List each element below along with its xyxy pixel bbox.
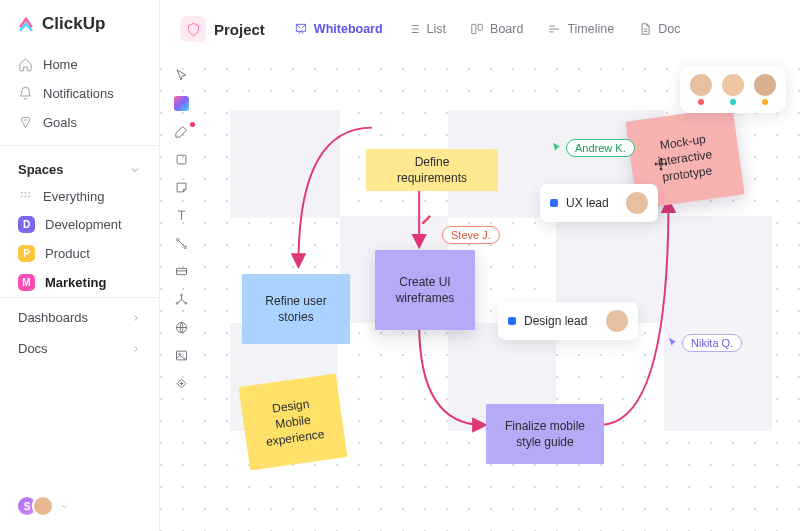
cursor-label: Nikita Q. bbox=[682, 334, 742, 352]
note-label: Finalize mobile style guide bbox=[500, 418, 590, 450]
project-chip[interactable]: Project bbox=[174, 12, 271, 46]
tool-note[interactable] bbox=[170, 176, 192, 198]
presence-user-2 bbox=[722, 74, 744, 105]
tool-connector[interactable] bbox=[170, 232, 192, 254]
space-everything[interactable]: Everything bbox=[0, 183, 159, 210]
cursor-label: Steve J. bbox=[442, 226, 500, 244]
cursor-andrew: Andrew K. bbox=[550, 139, 635, 157]
svg-rect-6 bbox=[472, 24, 476, 33]
nav-goals[interactable]: Goals bbox=[0, 108, 159, 137]
main-area: Project Whiteboard List Board Timeline D… bbox=[160, 0, 800, 531]
avatar bbox=[690, 74, 712, 96]
tab-list-label: List bbox=[427, 22, 446, 36]
svg-point-9 bbox=[176, 238, 179, 241]
note-finalize-guide[interactable]: Finalize mobile style guide bbox=[486, 404, 604, 464]
brand-name: ClickUp bbox=[42, 14, 105, 34]
cursor-nikita: Nikita Q. bbox=[666, 334, 742, 352]
nav-notifications[interactable]: Notifications bbox=[0, 79, 159, 108]
tool-text[interactable] bbox=[170, 204, 192, 226]
svg-point-5 bbox=[29, 196, 30, 197]
tab-timeline[interactable]: Timeline bbox=[538, 17, 623, 41]
tool-ai[interactable] bbox=[170, 92, 192, 114]
tab-whiteboard-label: Whiteboard bbox=[314, 22, 383, 36]
tab-timeline-label: Timeline bbox=[567, 22, 614, 36]
space-product-label: Product bbox=[45, 246, 90, 261]
status-square-icon bbox=[508, 317, 516, 325]
svg-point-17 bbox=[178, 353, 180, 355]
tab-doc[interactable]: Doc bbox=[629, 17, 689, 41]
note-label: Refine user stories bbox=[256, 293, 336, 325]
space-marketing[interactable]: MMarketing bbox=[0, 268, 159, 297]
assignee-avatar bbox=[606, 310, 628, 332]
svg-rect-7 bbox=[478, 24, 482, 30]
project-icon bbox=[180, 16, 206, 42]
avatar bbox=[722, 74, 744, 96]
svg-point-2 bbox=[29, 192, 30, 193]
space-everything-label: Everything bbox=[43, 189, 104, 204]
note-design-mobile[interactable]: Design Mobile experience bbox=[239, 374, 348, 471]
tool-network[interactable] bbox=[170, 288, 192, 310]
tab-doc-label: Doc bbox=[658, 22, 680, 36]
whiteboard-toolbar bbox=[166, 58, 196, 400]
nav-home[interactable]: Home bbox=[0, 50, 159, 79]
spaces-header[interactable]: Spaces bbox=[0, 152, 159, 183]
status-dot bbox=[762, 99, 768, 105]
note-label: Create UI wireframes bbox=[389, 274, 461, 306]
tool-image[interactable] bbox=[170, 344, 192, 366]
spaces-title: Spaces bbox=[18, 162, 64, 177]
tool-web[interactable] bbox=[170, 316, 192, 338]
nav-notifications-label: Notifications bbox=[43, 86, 114, 101]
cursor-icon bbox=[550, 141, 564, 155]
presence-user-1 bbox=[690, 74, 712, 105]
svg-point-4 bbox=[25, 196, 26, 197]
space-development[interactable]: DDevelopment bbox=[0, 210, 159, 239]
note-label: Design Mobile experience bbox=[255, 393, 331, 451]
tool-cursor[interactable] bbox=[170, 64, 192, 86]
note-refine-stories[interactable]: Refine user stories bbox=[242, 274, 350, 344]
cursor-icon bbox=[666, 336, 680, 350]
pen-icon bbox=[420, 212, 434, 226]
svg-point-0 bbox=[21, 192, 22, 193]
card-design-lead[interactable]: Design lead bbox=[498, 302, 638, 340]
status-square-icon bbox=[550, 199, 558, 207]
whiteboard-canvas[interactable]: Define requirements Refine user stories … bbox=[160, 54, 800, 531]
space-marketing-label: Marketing bbox=[45, 275, 106, 290]
project-title: Project bbox=[214, 21, 265, 38]
tool-shape[interactable] bbox=[170, 148, 192, 170]
chevron-down-icon bbox=[129, 164, 141, 176]
chevron-down-icon bbox=[60, 502, 69, 511]
card-label: Design lead bbox=[524, 314, 587, 328]
dashboards-section[interactable]: Dashboards bbox=[0, 297, 159, 337]
move-icon bbox=[653, 156, 669, 172]
svg-rect-11 bbox=[176, 268, 186, 274]
card-label: UX lead bbox=[566, 196, 609, 210]
sidebar: ClickUp Home Notifications Goals Spaces … bbox=[0, 0, 160, 531]
brand-logo: ClickUp bbox=[0, 0, 159, 48]
tool-more[interactable] bbox=[170, 372, 192, 394]
space-development-label: Development bbox=[45, 217, 122, 232]
note-define-requirements[interactable]: Define requirements bbox=[366, 149, 498, 191]
tab-list[interactable]: List bbox=[398, 17, 455, 41]
tab-whiteboard[interactable]: Whiteboard bbox=[285, 17, 392, 41]
status-dot bbox=[730, 99, 736, 105]
tool-pen[interactable] bbox=[170, 120, 192, 142]
tab-board[interactable]: Board bbox=[461, 17, 532, 41]
chevron-right-icon bbox=[131, 313, 141, 323]
note-label: Define requirements bbox=[380, 154, 484, 186]
space-badge-m: M bbox=[18, 274, 35, 291]
tool-card[interactable] bbox=[170, 260, 192, 282]
topbar: Project Whiteboard List Board Timeline D… bbox=[160, 0, 800, 54]
note-create-wireframes[interactable]: Create UI wireframes bbox=[375, 250, 475, 330]
nav-goals-label: Goals bbox=[43, 115, 77, 130]
clickup-icon bbox=[16, 14, 36, 34]
cursor-steve: Steve J. bbox=[442, 226, 500, 244]
docs-section[interactable]: Docs bbox=[0, 337, 159, 368]
docs-label: Docs bbox=[18, 341, 48, 356]
space-product[interactable]: PProduct bbox=[0, 239, 159, 268]
presence-bar[interactable] bbox=[680, 66, 786, 113]
view-tabs: Whiteboard List Board Timeline Doc bbox=[285, 17, 690, 41]
status-dot bbox=[698, 99, 704, 105]
presence-user-3 bbox=[754, 74, 776, 105]
card-ux-lead[interactable]: UX lead bbox=[540, 184, 658, 222]
sidebar-footer[interactable]: S bbox=[0, 481, 159, 531]
